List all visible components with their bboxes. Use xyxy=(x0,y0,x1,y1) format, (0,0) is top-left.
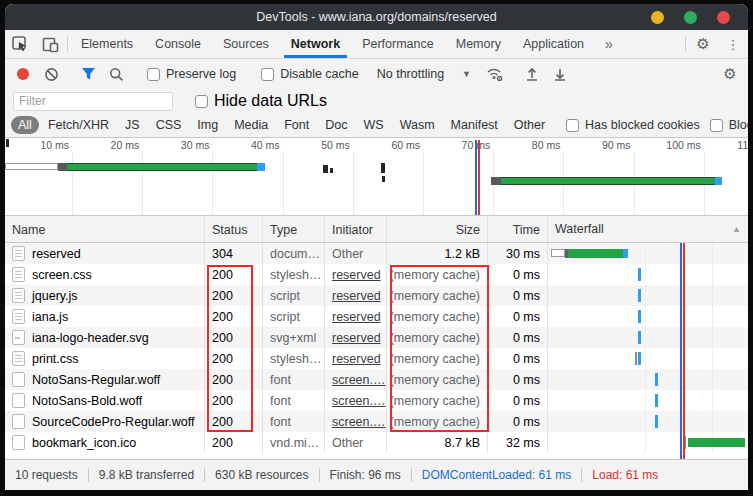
column-header-time[interactable]: Time xyxy=(488,216,548,242)
tab-memory[interactable]: Memory xyxy=(445,30,512,58)
waterfall-bar-bdash xyxy=(655,415,658,428)
type-filter-js[interactable]: JS xyxy=(118,116,147,134)
initiator-link[interactable]: reserved xyxy=(332,310,381,324)
maximize-button[interactable] xyxy=(684,11,697,24)
filter-input[interactable] xyxy=(13,92,173,111)
tab-console[interactable]: Console xyxy=(144,30,212,58)
request-name-cell: iana-logo-header.svg xyxy=(5,327,205,348)
time-cell: 0 ms xyxy=(488,327,548,348)
initiator-link[interactable]: reserved xyxy=(332,268,381,282)
initiator-link[interactable]: screen.… xyxy=(332,373,386,387)
waterfall-cell xyxy=(548,243,748,264)
size-cell: (memory cache) xyxy=(387,306,488,327)
column-header-size[interactable]: Size xyxy=(387,216,488,242)
type-filter-font[interactable]: Font xyxy=(277,116,316,134)
tab-network[interactable]: Network xyxy=(280,30,351,58)
request-name: jquery.js xyxy=(32,289,78,303)
status-bar-item: 630 kB resources xyxy=(215,468,308,482)
network-settings-gear-icon[interactable]: ⚙ xyxy=(718,62,742,86)
type-filter-manifest[interactable]: Manifest xyxy=(444,116,505,134)
status-bar: 10 requests9.8 kB transferred630 kB reso… xyxy=(5,459,748,490)
waterfall-bar-bdash xyxy=(655,394,658,407)
status-bar-item[interactable]: Load: 61 ms xyxy=(592,468,658,482)
waterfall-gridline xyxy=(645,327,646,348)
type-filter-css[interactable]: CSS xyxy=(149,116,189,134)
status-cell: 200 xyxy=(205,390,263,411)
waterfall-cell xyxy=(548,411,748,432)
document-resource-icon xyxy=(12,309,25,324)
more-tabs-button[interactable]: » xyxy=(595,30,623,58)
import-har-icon[interactable] xyxy=(520,62,544,86)
inspect-element-icon[interactable] xyxy=(5,30,35,58)
divider xyxy=(581,468,582,482)
tab-performance[interactable]: Performance xyxy=(351,30,445,58)
initiator-link[interactable]: screen.… xyxy=(332,415,386,429)
waterfall-gridline xyxy=(645,411,646,432)
throttling-dropdown[interactable]: No throttling ▼ xyxy=(369,67,479,81)
column-header-status[interactable]: Status xyxy=(205,216,263,242)
blocked-requests-checkbox[interactable]: Blocked Requests xyxy=(706,118,748,132)
column-header-waterfall[interactable]: Waterfall▲ xyxy=(548,216,748,242)
type-filter-other[interactable]: Other xyxy=(507,116,552,134)
table-row[interactable]: jquery.js200scriptreserved(memory cache)… xyxy=(5,285,748,306)
export-har-icon[interactable] xyxy=(548,62,572,86)
request-name: bookmark_icon.ico xyxy=(32,436,136,450)
type-filter-all[interactable]: All xyxy=(11,116,39,134)
column-header-initiator[interactable]: Initiator xyxy=(325,216,387,242)
table-row[interactable]: SourceCodePro-Regular.woff200fontscreen.… xyxy=(5,411,748,432)
close-button[interactable] xyxy=(717,11,730,24)
table-row[interactable]: screen.css200stylesh…reserved(memory cac… xyxy=(5,264,748,285)
waterfall-bar-bdash xyxy=(638,289,641,302)
tab-application[interactable]: Application xyxy=(512,30,595,58)
initiator-link[interactable]: reserved xyxy=(332,352,381,366)
table-row[interactable]: NotoSans-Regular.woff200fontscreen.…(mem… xyxy=(5,369,748,390)
table-row[interactable]: iana.js200scriptreserved(memory cache)0 … xyxy=(5,306,748,327)
tab-sources[interactable]: Sources xyxy=(212,30,280,58)
disable-cache-checkbox[interactable]: Disable cache xyxy=(255,67,365,81)
waterfall-cell xyxy=(548,327,748,348)
tab-strip: ElementsConsoleSourcesNetworkPerformance… xyxy=(70,30,595,58)
status-bar-item[interactable]: DOMContentLoaded: 61 ms xyxy=(422,468,571,482)
type-filter-wasm[interactable]: Wasm xyxy=(393,116,442,134)
overview-request-mark xyxy=(323,165,328,173)
search-icon[interactable] xyxy=(104,62,128,86)
column-header-name[interactable]: Name xyxy=(5,216,205,242)
clear-button[interactable] xyxy=(39,62,63,86)
record-button[interactable] xyxy=(11,62,35,86)
initiator-link[interactable]: reserved xyxy=(332,289,381,303)
table-row[interactable]: NotoSans-Bold.woff200fontscreen.…(memory… xyxy=(5,390,748,411)
tab-elements[interactable]: Elements xyxy=(70,30,144,58)
type-filter-fetch-xhr[interactable]: Fetch/XHR xyxy=(41,116,116,134)
title-bar[interactable]: DevTools - www.iana.org/domains/reserved xyxy=(5,4,748,30)
type-filter-doc[interactable]: Doc xyxy=(318,116,354,134)
type-filter-img[interactable]: Img xyxy=(190,116,225,134)
network-conditions-icon[interactable] xyxy=(483,62,507,86)
initiator-link[interactable]: screen.… xyxy=(332,394,386,408)
preserve-log-checkbox[interactable]: Preserve log xyxy=(141,67,242,81)
ruler-tick-label: 60 ms xyxy=(391,139,423,151)
table-row[interactable]: reserved304docum…Other1.2 kB30 ms xyxy=(5,243,748,264)
filter-funnel-icon[interactable] xyxy=(76,62,100,86)
table-row[interactable]: print.css200stylesh…reserved(memory cach… xyxy=(5,348,748,369)
plain-resource-icon xyxy=(12,414,25,429)
minimize-button[interactable] xyxy=(651,11,664,24)
table-row[interactable]: iana-logo-header.svg200svg+xmlreserved(m… xyxy=(5,327,748,348)
request-name-cell: SourceCodePro-Regular.woff xyxy=(5,411,205,432)
initiator-link[interactable]: reserved xyxy=(332,331,381,345)
hide-data-urls-checkbox[interactable]: Hide data URLs xyxy=(189,92,333,110)
table-row[interactable]: bookmark_icon.ico200vnd.mi…Other8.7 kB32… xyxy=(5,432,748,453)
settings-gear-icon[interactable]: ⚙ xyxy=(688,30,718,58)
initiator-cell: reserved xyxy=(325,327,387,348)
column-header-type[interactable]: Type xyxy=(263,216,325,242)
has-blocked-cookies-checkbox[interactable]: Has blocked cookies xyxy=(562,118,704,132)
type-filter-ws[interactable]: WS xyxy=(356,116,390,134)
window-controls xyxy=(651,4,730,30)
type-filter-media[interactable]: Media xyxy=(227,116,275,134)
waterfall-bar-bdash xyxy=(638,268,641,281)
time-cell: 0 ms xyxy=(488,264,548,285)
timeline-overview[interactable]: 10 ms20 ms30 ms40 ms50 ms60 ms70 ms80 ms… xyxy=(5,138,748,216)
divider xyxy=(67,36,68,52)
divider xyxy=(319,468,320,482)
kebab-menu-icon[interactable]: ⋮ xyxy=(718,30,748,58)
device-toolbar-icon[interactable] xyxy=(35,30,65,58)
